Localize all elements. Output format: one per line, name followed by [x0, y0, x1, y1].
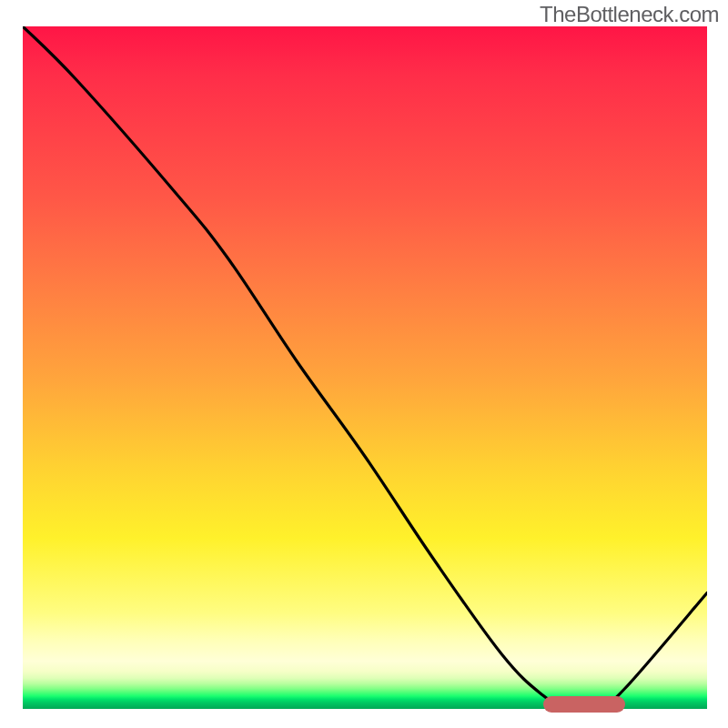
chart-container: TheBottleneck.com: [0, 0, 728, 728]
optimal-range-marker: [543, 696, 625, 713]
bottleneck-curve: [23, 26, 707, 709]
curve-path: [23, 26, 707, 709]
watermark-text: TheBottleneck.com: [540, 2, 719, 27]
